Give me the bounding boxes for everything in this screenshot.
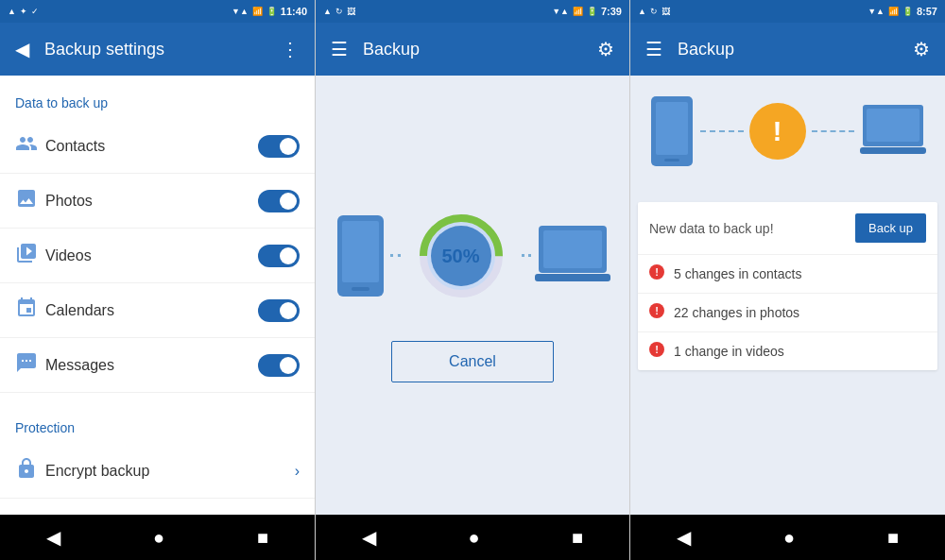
warning-contacts-icon: ! xyxy=(649,264,664,283)
messages-toggle[interactable] xyxy=(258,354,300,377)
right-device-row: ! xyxy=(630,76,945,202)
mid-battery-icon: 🔋 xyxy=(587,7,597,16)
appbar-title-mid: Backup xyxy=(363,40,582,59)
settings-button-mid[interactable]: ⚙ xyxy=(597,38,614,60)
settings-button-right[interactable]: ⚙ xyxy=(913,38,930,60)
right-dotted-right xyxy=(812,130,855,132)
warning-videos-icon: ! xyxy=(649,342,664,361)
laptop-device xyxy=(535,224,610,288)
recent-nav-mid[interactable]: ■ xyxy=(553,519,602,556)
protection-header: Protection xyxy=(0,400,315,444)
signal-icon: ▼▲ xyxy=(232,7,249,16)
progress-circle: 50% xyxy=(414,209,508,303)
data-section-title: Data to back up xyxy=(15,95,108,110)
backup-card-title: New data to back up! xyxy=(649,221,774,236)
videos-icon xyxy=(15,242,45,269)
right-sync-icon: ↻ xyxy=(650,7,658,16)
svg-rect-12 xyxy=(664,159,679,161)
progress-text: 50% xyxy=(441,245,479,266)
svg-rect-1 xyxy=(342,221,379,282)
list-item-photos[interactable]: Photos xyxy=(0,174,315,229)
status-icons-left: ▲ ✦ ✓ xyxy=(8,7,39,16)
checkmark-icon: ✓ xyxy=(31,7,39,16)
contacts-toggle[interactable] xyxy=(258,135,300,158)
status-bar-right: ▲ ↻ 🖼 ▼▲ 📶 🔋 8:57 xyxy=(630,0,945,23)
back-button-left[interactable]: ◀ xyxy=(15,38,29,60)
right-battery-icon: 🔋 xyxy=(902,7,913,16)
bottom-nav-right: ◀ ● ■ xyxy=(630,515,945,560)
list-item-encrypt[interactable]: Encrypt backup › xyxy=(0,444,315,499)
settings-content: Data to back up Contacts Photos Videos xyxy=(0,76,315,515)
back-nav-left[interactable]: ◀ xyxy=(27,518,79,556)
home-nav-right[interactable]: ● xyxy=(765,519,814,556)
menu-button-left[interactable]: ⋮ xyxy=(281,38,300,60)
contacts-icon xyxy=(15,132,45,160)
svg-rect-8 xyxy=(543,230,602,268)
mid-content: 50% Cancel xyxy=(316,76,629,515)
status-icons-right: ▼▲ 📶 🔋 11:40 xyxy=(232,6,307,17)
home-nav-left[interactable]: ● xyxy=(134,519,183,556)
notification-icon: ▲ xyxy=(8,7,16,16)
encrypt-icon xyxy=(15,457,45,484)
messages-label: Messages xyxy=(45,357,258,374)
change-item-videos: ! 1 change in videos xyxy=(638,331,937,370)
videos-toggle[interactable] xyxy=(258,245,300,267)
mid-sync-icon: ↻ xyxy=(335,7,343,16)
recent-nav-right[interactable]: ■ xyxy=(868,519,918,556)
mid-photo-icon: 🖼 xyxy=(347,7,355,16)
menu-button-mid[interactable]: ☰ xyxy=(331,38,348,60)
appbar-title-left: Backup settings xyxy=(44,40,266,59)
data-section-header: Data to back up xyxy=(0,76,315,119)
laptop-svg xyxy=(535,224,610,288)
calendars-toggle[interactable] xyxy=(258,299,300,322)
appbar-mid: ☰ Backup ⚙ xyxy=(316,23,629,76)
calendars-icon xyxy=(15,297,45,324)
right-wifi-icon: 📶 xyxy=(888,7,899,16)
panel-backup-settings: ▲ ✦ ✓ ▼▲ 📶 🔋 11:40 ◀ Backup settings ⋮ D… xyxy=(0,0,315,560)
backup-now-button[interactable]: Back up xyxy=(855,213,926,243)
recent-nav-left[interactable]: ■ xyxy=(238,519,287,556)
dotted-line-right xyxy=(522,254,532,257)
warning-circle: ! xyxy=(749,103,806,160)
mid-notification-icon: ▲ xyxy=(323,7,332,16)
right-status-right: ▼▲ 📶 🔋 8:57 xyxy=(868,6,937,17)
list-item-messages[interactable]: Messages xyxy=(0,338,315,393)
svg-rect-9 xyxy=(535,274,610,281)
time-mid: 7:39 xyxy=(601,6,622,17)
back-nav-right[interactable]: ◀ xyxy=(658,518,710,556)
encrypt-chevron: › xyxy=(295,463,300,480)
contacts-label: Contacts xyxy=(45,138,258,155)
svg-rect-15 xyxy=(860,147,926,154)
right-content: ! New data to back up! Back up xyxy=(630,76,945,515)
right-phone-svg xyxy=(649,94,695,168)
home-nav-mid[interactable]: ● xyxy=(449,519,498,556)
svg-text:!: ! xyxy=(655,305,659,316)
cancel-button[interactable]: Cancel xyxy=(391,341,554,382)
right-notification-icon: ▲ xyxy=(638,7,646,16)
panel-backup-progress: ▲ ↻ 🖼 ▼▲ 📶 🔋 7:39 ☰ Backup ⚙ xyxy=(315,0,629,560)
device-illustration: ! xyxy=(649,94,926,168)
mid-status-left: ▲ ↻ 🖼 xyxy=(323,7,355,16)
list-item-contacts[interactable]: Contacts xyxy=(0,119,315,174)
messages-icon xyxy=(15,351,45,379)
menu-button-right[interactable]: ☰ xyxy=(645,38,662,60)
list-item-videos[interactable]: Videos xyxy=(0,229,315,283)
status-bar-mid: ▲ ↻ 🖼 ▼▲ 📶 🔋 7:39 xyxy=(316,0,629,23)
battery-icon: 🔋 xyxy=(266,7,277,16)
appbar-title-right: Backup xyxy=(678,40,898,59)
mid-wifi-icon: 📶 xyxy=(573,7,583,16)
list-item-calendars[interactable]: Calendars xyxy=(0,283,315,338)
photos-label: Photos xyxy=(45,193,258,210)
right-laptop-svg xyxy=(860,103,926,160)
photos-toggle[interactable] xyxy=(258,190,300,212)
mid-status-right: ▼▲ 📶 🔋 7:39 xyxy=(552,6,622,17)
change-item-photos: ! 22 changes in photos xyxy=(638,293,937,331)
svg-text:!: ! xyxy=(655,266,659,278)
right-dotted-left xyxy=(700,130,744,132)
svg-rect-2 xyxy=(352,287,369,291)
time-left: 11:40 xyxy=(281,6,307,17)
back-nav-mid[interactable]: ◀ xyxy=(343,518,395,556)
time-right: 8:57 xyxy=(917,6,937,17)
change-item-contacts: ! 5 changes in contacts xyxy=(638,254,937,293)
photos-icon xyxy=(15,187,45,214)
